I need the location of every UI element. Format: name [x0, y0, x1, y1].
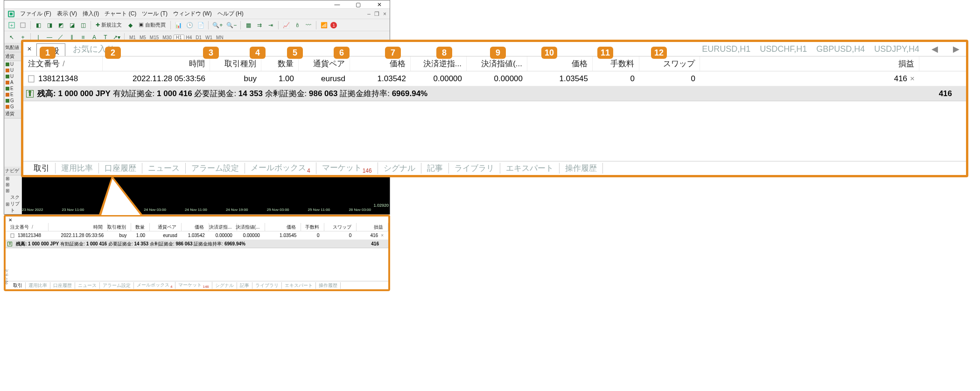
- terminal-tab[interactable]: シグナル: [378, 163, 421, 174]
- terminal-icon[interactable]: ◪: [67, 21, 77, 30]
- terminal-tab[interactable]: 記事: [237, 282, 252, 289]
- terminal-tab[interactable]: 取引: [10, 282, 26, 289]
- terminal-tab[interactable]: ニュース: [142, 163, 186, 174]
- menu-item[interactable]: ヘルプ (H): [215, 10, 246, 17]
- close-button[interactable]: ✕: [369, 0, 390, 9]
- nav-scripts-item[interactable]: ⊞ スクリプト: [4, 194, 21, 214]
- terminal-tab[interactable]: 取引: [28, 163, 56, 174]
- chart-tab[interactable]: USDJPY,H4: [874, 44, 919, 54]
- mdi-min-icon[interactable]: –: [366, 11, 372, 17]
- strategy-tester-icon[interactable]: ◫: [78, 21, 88, 30]
- tab-scroll-right-icon[interactable]: ▶: [950, 44, 962, 54]
- terminal-tab[interactable]: ライブラリ: [449, 163, 500, 174]
- chart-tab[interactable]: GBPUSD,H4: [816, 44, 865, 54]
- col-header[interactable]: 損益: [700, 56, 919, 71]
- nav-tree-item[interactable]: ⊞: [4, 182, 21, 188]
- bar-chart-icon[interactable]: 📈: [281, 21, 291, 30]
- terminal-tab[interactable]: アラーム設定: [186, 163, 245, 174]
- col-header[interactable]: 価格: [527, 56, 593, 71]
- terminal-tab[interactable]: ニュース: [75, 282, 100, 289]
- scroll-icon[interactable]: ⇉: [255, 21, 264, 30]
- cursor-icon[interactable]: ↖: [7, 33, 16, 42]
- col-header[interactable]: 手数料: [301, 223, 324, 231]
- periods-icon[interactable]: 🕒: [185, 21, 194, 30]
- timeframe-M30[interactable]: M30: [161, 35, 173, 40]
- menu-item[interactable]: チャート (C): [102, 10, 139, 17]
- col-header[interactable]: 決済指値(...: [237, 223, 265, 231]
- menu-item[interactable]: ツール (T): [139, 10, 170, 17]
- timeframe-W1[interactable]: W1: [203, 35, 214, 40]
- symbol-row[interactable]: G: [4, 104, 21, 110]
- table-row[interactable]: 1381213482022.11.28 05:33:56buy1.00eurus…: [23, 71, 966, 86]
- zoom-in-icon[interactable]: 🔍+: [211, 21, 224, 30]
- terminal-tab[interactable]: 口座履歴: [50, 282, 75, 289]
- symbol-row[interactable]: U: [4, 67, 21, 73]
- terminal-tab[interactable]: 運用比率: [56, 163, 99, 174]
- col-header[interactable]: 注文番号/: [6, 223, 49, 231]
- close-icon[interactable]: ✕: [27, 46, 32, 52]
- terminal-tab[interactable]: マーケット146: [316, 162, 378, 174]
- terminal-tab[interactable]: ライブラリ: [252, 282, 282, 289]
- profiles-icon[interactable]: [18, 21, 28, 30]
- timeframe-M15[interactable]: M15: [148, 35, 161, 40]
- terminal-tab[interactable]: マーケット146: [175, 282, 212, 289]
- symbol-row[interactable]: G: [4, 98, 21, 104]
- market-watch-icon[interactable]: ◧: [34, 21, 43, 30]
- symbol-row[interactable]: E: [4, 85, 21, 91]
- terminal-tab[interactable]: 口座履歴: [99, 163, 142, 174]
- col-header[interactable]: 時間: [49, 223, 107, 231]
- menu-item[interactable]: ファイル (F): [17, 10, 54, 17]
- indicators-icon[interactable]: 📊: [174, 21, 183, 30]
- nav-tree-item[interactable]: ⊞: [4, 175, 21, 182]
- menu-item[interactable]: ウィンドウ (W): [170, 10, 215, 17]
- terminal-tab[interactable]: アラーム設定: [100, 282, 134, 289]
- close-order-icon[interactable]: ×: [907, 74, 915, 84]
- metaeditor-icon[interactable]: ◆: [126, 21, 135, 30]
- nav-tree-item[interactable]: ⊞: [4, 188, 21, 194]
- chart-tab[interactable]: EURUSD,H1: [702, 44, 750, 54]
- navigator-icon[interactable]: ◩: [56, 21, 65, 30]
- timeframe-MN[interactable]: MN: [214, 35, 225, 40]
- col-header[interactable]: 価格: [265, 223, 301, 231]
- col-header[interactable]: 注文番号/: [23, 56, 103, 71]
- signals-icon[interactable]: 📶: [319, 21, 329, 30]
- col-header[interactable]: 決済逆指...: [209, 223, 237, 231]
- col-header[interactable]: 取引種別: [108, 223, 131, 231]
- symbol-row[interactable]: U: [4, 61, 21, 67]
- minimize-button[interactable]: —: [327, 0, 348, 9]
- tile-icon[interactable]: ▦: [244, 21, 253, 30]
- terminal-tab[interactable]: 記事: [421, 163, 449, 174]
- symbol-row[interactable]: A: [4, 79, 21, 85]
- alert-badge[interactable]: 1: [330, 22, 337, 28]
- auto-trade-button[interactable]: ▣ 自動売買: [137, 21, 168, 28]
- close-icon[interactable]: ✕: [7, 216, 14, 223]
- col-header[interactable]: スワップ: [639, 56, 700, 71]
- menu-item[interactable]: 表示 (V): [54, 10, 80, 17]
- symbol-row[interactable]: E: [4, 91, 21, 98]
- terminal-tab[interactable]: 操作履歴: [560, 163, 603, 174]
- zoom-out-icon[interactable]: 🔍−: [225, 21, 238, 30]
- terminal-tab[interactable]: メールボックス4: [245, 162, 316, 174]
- timeframe-H4[interactable]: H4: [184, 35, 194, 40]
- terminal-tab[interactable]: シグナル: [212, 282, 237, 289]
- terminal-tab[interactable]: メールボックス4: [134, 282, 175, 289]
- data-window-icon[interactable]: ◨: [45, 21, 54, 30]
- col-header[interactable]: 数量: [131, 223, 150, 231]
- line-chart-icon[interactable]: 〰: [304, 21, 313, 30]
- col-header[interactable]: 損益: [357, 223, 388, 231]
- mdi-restore-icon[interactable]: ❐: [373, 11, 381, 17]
- shift-icon[interactable]: ⇥: [266, 21, 275, 30]
- tab-scroll-left-icon[interactable]: ◀: [929, 44, 941, 54]
- col-header[interactable]: スワップ: [324, 223, 356, 231]
- col-header[interactable]: 価格: [182, 223, 209, 231]
- templates-icon[interactable]: 📄: [196, 21, 205, 30]
- new-chart-icon[interactable]: +: [7, 21, 16, 30]
- col-header[interactable]: 価格: [350, 56, 411, 71]
- terminal-tab[interactable]: 運用比率: [26, 282, 50, 289]
- terminal-tab[interactable]: 操作履歴: [316, 282, 341, 289]
- terminal-tab[interactable]: エキスパート: [500, 163, 560, 174]
- timeframe-M5[interactable]: M5: [138, 35, 148, 40]
- timeframe-D1[interactable]: D1: [194, 35, 203, 40]
- close-order-icon[interactable]: ×: [378, 233, 384, 238]
- mdi-close-icon[interactable]: ×: [382, 11, 388, 17]
